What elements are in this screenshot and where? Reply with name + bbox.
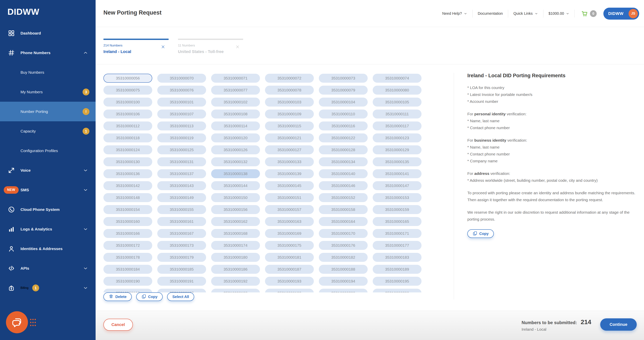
number-chip[interactable]: 35310000182 [319,253,368,262]
continue-button[interactable]: Continue [600,318,637,331]
number-chip[interactable]: 35310000186 [211,265,260,274]
number-chip[interactable]: 35310000174 [211,241,260,250]
number-chip[interactable]: 35310000107 [157,110,206,118]
number-chip[interactable]: 35310000076 [157,86,206,95]
number-chip[interactable]: 35310000197 [157,289,206,292]
number-chip[interactable]: 35310000151 [265,193,314,202]
number-chip[interactable]: 35310000152 [319,193,368,202]
sidebar-item-sms[interactable]: NEWSMS [0,180,96,200]
sidebar-item-voice[interactable]: Voice [0,160,96,180]
sidebar-item-number-porting[interactable]: Number Porting! [0,102,96,121]
number-chip[interactable]: 35310000196 [104,289,152,292]
number-chip[interactable]: 35310000137 [157,169,206,178]
number-chip[interactable]: 35310000148 [104,193,152,202]
number-chip[interactable]: 35310000132 [211,157,260,166]
delete-button[interactable]: Delete [104,292,132,301]
sidebar-item-configuration-profiles[interactable]: Configuration Profiles [0,141,96,160]
number-chip[interactable]: 35310000078 [265,86,314,95]
close-icon[interactable] [161,45,165,49]
number-chip[interactable]: 35310000101 [157,98,206,107]
account-menu[interactable]: DIDWW JS [604,8,639,20]
number-chip[interactable]: 35310000154 [104,205,152,214]
number-chip[interactable]: 35310000191 [157,277,206,286]
number-chip[interactable]: 35310000160 [104,217,152,226]
number-chip[interactable]: 35310000183 [373,253,422,262]
number-chip[interactable]: 35310000198 [211,289,260,292]
copy-button[interactable]: Copy [136,292,163,301]
number-chip[interactable]: 35310000115 [265,121,314,130]
number-chip[interactable]: 35310000122 [319,133,368,142]
number-chip[interactable]: 35310000199 [265,289,314,292]
number-chip[interactable]: 35310000130 [104,157,152,166]
number-chip[interactable]: 35310000121 [265,133,314,142]
number-chip[interactable]: 35310000159 [373,205,422,214]
number-chip[interactable]: 35310000075 [104,86,152,95]
sidebar-item-apis[interactable]: APIs [0,258,96,278]
number-chip[interactable]: 35310000172 [104,241,152,250]
tab-us-tollfree[interactable]: 11 Numbers United States - Toll-free [178,39,243,54]
quick-links-menu[interactable]: Quick Links [513,11,538,16]
number-chip[interactable]: 35310000187 [265,265,314,274]
sidebar-item-phone-numbers[interactable]: Phone Numbers [0,43,96,63]
sidebar-item-buy-numbers[interactable]: Buy Numbers [0,63,96,82]
number-chip[interactable]: 35310000169 [265,229,314,238]
number-chip[interactable]: 35310000111 [373,110,422,118]
number-chip[interactable]: 35310000138 [211,169,260,178]
number-chip[interactable]: 35310000070 [157,74,206,83]
number-chip[interactable]: 35310000176 [319,241,368,250]
number-chip[interactable]: 35310000077 [211,86,260,95]
number-chip[interactable]: 35310000184 [104,265,152,274]
number-chip[interactable]: 35310000120 [211,133,260,142]
number-chip[interactable]: 35310000188 [319,265,368,274]
number-chip[interactable]: 35310000134 [319,157,368,166]
number-chip[interactable]: 35310000141 [373,169,422,178]
number-chip[interactable]: 35310000150 [211,193,260,202]
number-chip[interactable]: 35310000104 [319,98,368,107]
number-chip[interactable]: 35310000168 [211,229,260,238]
sidebar-item-my-numbers[interactable]: My Numbers3 [0,82,96,102]
copy-requirements-button[interactable]: Copy [467,229,494,238]
number-chip[interactable]: 35310000073 [319,74,368,83]
number-chip[interactable]: 35310000171 [373,229,422,238]
number-chip[interactable]: 35310000143 [157,181,206,190]
number-chip[interactable]: 35310000165 [373,217,422,226]
number-chip[interactable]: 35310000110 [319,110,368,118]
number-chip[interactable]: 35310000074 [373,74,422,83]
number-chip[interactable]: 35310000131 [157,157,206,166]
number-chip[interactable]: 35310000123 [373,133,422,142]
tab-ireland-local[interactable]: 214 Numbers Ireland - Local [104,39,169,54]
number-chip[interactable]: 35310000126 [211,145,260,154]
number-chip[interactable]: 35310000117 [373,121,422,130]
need-help-menu[interactable]: Need Help? [442,11,467,16]
number-chip[interactable]: 35310000100 [104,98,152,107]
number-chip[interactable]: 35310000142 [104,181,152,190]
number-chip[interactable]: 35310000072 [265,74,314,83]
number-chip[interactable]: 35310000163 [265,217,314,226]
cart-button[interactable]: 0 [581,10,597,17]
number-chip[interactable]: 35310000158 [319,205,368,214]
number-chip[interactable]: 35310000129 [373,145,422,154]
documentation-link[interactable]: Documentation [478,11,503,16]
sidebar-item-identities-addresses[interactable]: Identities & Addresses [0,239,96,258]
number-chip[interactable]: 35310000114 [211,121,260,130]
number-chip[interactable]: 35310000128 [319,145,368,154]
chat-button[interactable] [6,311,28,333]
number-chip[interactable]: 35310000164 [319,217,368,226]
number-chip[interactable]: 35310000133 [265,157,314,166]
number-chip[interactable]: 35310000192 [211,277,260,286]
number-chip[interactable]: 35310000106 [104,110,152,118]
number-chip[interactable]: 35310000079 [319,86,368,95]
sidebar-item-logs-analytics[interactable]: Logs & Analytics [0,219,96,239]
cancel-button[interactable]: Cancel [104,319,133,331]
number-chip[interactable]: 35310000145 [265,181,314,190]
sidebar-item-cloud-phone-system[interactable]: Cloud Phone System [0,200,96,219]
number-chip[interactable]: 35310000127 [265,145,314,154]
number-chip[interactable]: 35310000155 [157,205,206,214]
close-icon[interactable] [235,45,240,49]
number-chip[interactable]: 35310000108 [211,110,260,118]
number-chip[interactable]: 35310000109 [265,110,314,118]
sidebar-item-billing[interactable]: Billing1 [0,278,96,298]
number-chip[interactable]: 35310000116 [319,121,368,130]
number-chip[interactable]: 35310000119 [157,133,206,142]
number-chip[interactable]: 35310000113 [157,121,206,130]
